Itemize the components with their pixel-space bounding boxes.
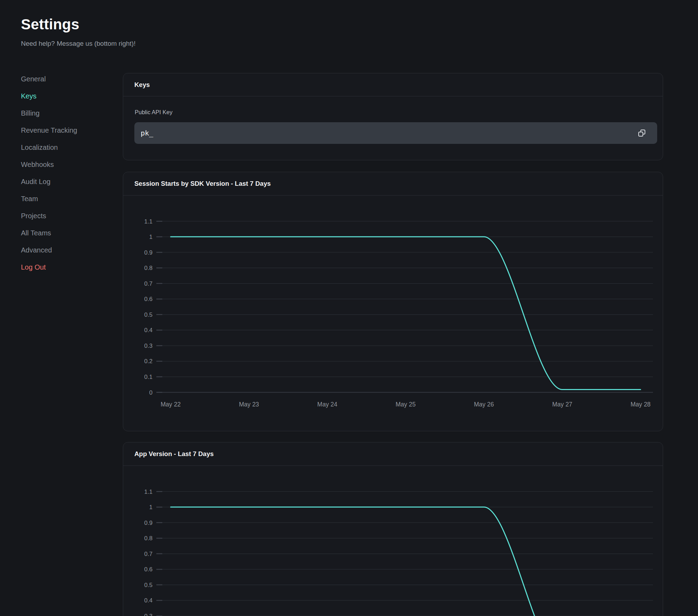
public-api-key-field-wrap [134, 122, 657, 144]
sidebar-item-billing[interactable]: Billing [21, 105, 112, 122]
sidebar-item-revenue-tracking[interactable]: Revenue Tracking [21, 122, 112, 139]
sidebar-item-localization[interactable]: Localization [21, 139, 112, 156]
svg-text:0.4: 0.4 [144, 327, 153, 333]
svg-text:0.6: 0.6 [144, 296, 153, 302]
copy-icon [638, 129, 646, 137]
svg-text:0.8: 0.8 [144, 265, 153, 271]
svg-text:0.2: 0.2 [144, 358, 153, 365]
svg-text:0.8: 0.8 [144, 535, 153, 542]
app-version-chart-card: App Version - Last 7 Days 00.10.20.30.40… [123, 442, 663, 616]
svg-text:1.1: 1.1 [144, 489, 153, 495]
sidebar-item-advanced[interactable]: Advanced [21, 242, 112, 259]
page-header: Settings Need help? Message us (bottom r… [21, 16, 135, 47]
svg-text:0.4: 0.4 [144, 597, 153, 604]
keys-card-title: Keys [123, 73, 663, 96]
sidebar-item-general[interactable]: General [21, 71, 112, 88]
svg-text:May 27: May 27 [552, 401, 572, 408]
sidebar: GeneralKeysBillingRevenue TrackingLocali… [21, 71, 112, 276]
page-subtitle: Need help? Message us (bottom right)! [21, 40, 135, 47]
svg-text:0.9: 0.9 [144, 520, 153, 526]
keys-card: Keys Public API Key [123, 73, 663, 160]
sdk-version-chart: 00.10.20.30.40.50.60.70.80.911.1May 22Ma… [123, 196, 663, 432]
sidebar-item-keys[interactable]: Keys [21, 88, 112, 105]
svg-text:0.9: 0.9 [144, 249, 153, 256]
svg-text:1: 1 [149, 234, 153, 240]
sdk-version-chart-card: Session Starts by SDK Version - Last 7 D… [123, 172, 663, 431]
svg-text:May 22: May 22 [161, 401, 180, 408]
svg-text:May 25: May 25 [396, 401, 416, 408]
svg-text:0.7: 0.7 [144, 551, 153, 557]
app-version-chart: 00.10.20.30.40.50.60.70.80.911.1May 22Ma… [123, 466, 663, 616]
svg-text:0.5: 0.5 [144, 582, 153, 588]
svg-text:May 28: May 28 [631, 401, 651, 408]
public-api-key-label: Public API Key [135, 109, 172, 116]
app-version-chart-title: App Version - Last 7 Days [123, 442, 663, 466]
sidebar-item-log-out[interactable]: Log Out [21, 259, 112, 276]
svg-text:0.5: 0.5 [144, 311, 153, 318]
svg-text:0.6: 0.6 [144, 566, 153, 573]
sidebar-item-webhooks[interactable]: Webhooks [21, 156, 112, 173]
svg-text:0.3: 0.3 [144, 613, 153, 616]
sidebar-item-audit-log[interactable]: Audit Log [21, 173, 112, 190]
sidebar-item-all-teams[interactable]: All Teams [21, 225, 112, 242]
svg-text:May 23: May 23 [239, 401, 259, 408]
svg-text:0.7: 0.7 [144, 280, 153, 287]
sidebar-item-team[interactable]: Team [21, 190, 112, 207]
page-title: Settings [21, 16, 135, 33]
svg-text:May 24: May 24 [317, 401, 337, 408]
copy-button[interactable] [637, 128, 647, 138]
svg-text:1: 1 [149, 504, 153, 511]
svg-text:1.1: 1.1 [144, 218, 153, 225]
svg-text:May 26: May 26 [474, 401, 494, 408]
svg-text:0.3: 0.3 [144, 343, 153, 349]
sidebar-item-projects[interactable]: Projects [21, 207, 112, 225]
public-api-key-input[interactable] [134, 122, 657, 144]
svg-text:0.1: 0.1 [144, 374, 153, 380]
sdk-version-chart-title: Session Starts by SDK Version - Last 7 D… [123, 172, 663, 196]
svg-text:0: 0 [149, 389, 153, 396]
